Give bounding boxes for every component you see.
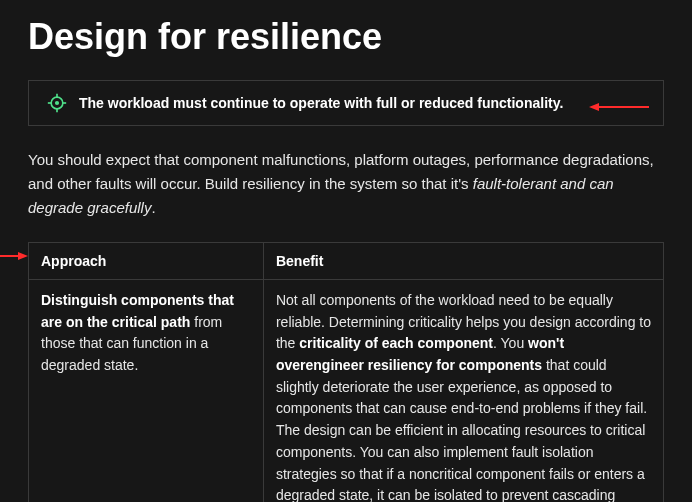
svg-marker-7 <box>589 103 599 111</box>
svg-point-1 <box>55 101 59 105</box>
table-container: Approach Benefit Distinguish components … <box>28 242 664 502</box>
page-title: Design for resilience <box>28 16 664 58</box>
cell-benefit: Not all components of the workload need … <box>263 280 663 503</box>
intro-post: . <box>151 199 155 216</box>
svg-marker-9 <box>18 252 28 260</box>
callout-box: The workload must continue to operate wi… <box>28 80 664 126</box>
arrow-annotation-right <box>589 98 649 108</box>
benefit-strong1: criticality of each component <box>299 335 493 351</box>
table-header-row: Approach Benefit <box>29 243 664 280</box>
benefit-p1b: . You <box>493 335 528 351</box>
table-row: Distinguish components that are on the c… <box>29 280 664 503</box>
header-approach: Approach <box>29 243 264 280</box>
header-benefit: Benefit <box>263 243 663 280</box>
approach-benefit-table: Approach Benefit Distinguish components … <box>28 242 664 502</box>
target-icon <box>47 93 67 113</box>
cell-approach: Distinguish components that are on the c… <box>29 280 264 503</box>
callout-text: The workload must continue to operate wi… <box>79 95 563 111</box>
intro-paragraph: You should expect that component malfunc… <box>28 148 664 220</box>
arrow-annotation-left <box>0 247 28 257</box>
benefit-p2: The design can be efficient in allocatin… <box>276 422 645 502</box>
